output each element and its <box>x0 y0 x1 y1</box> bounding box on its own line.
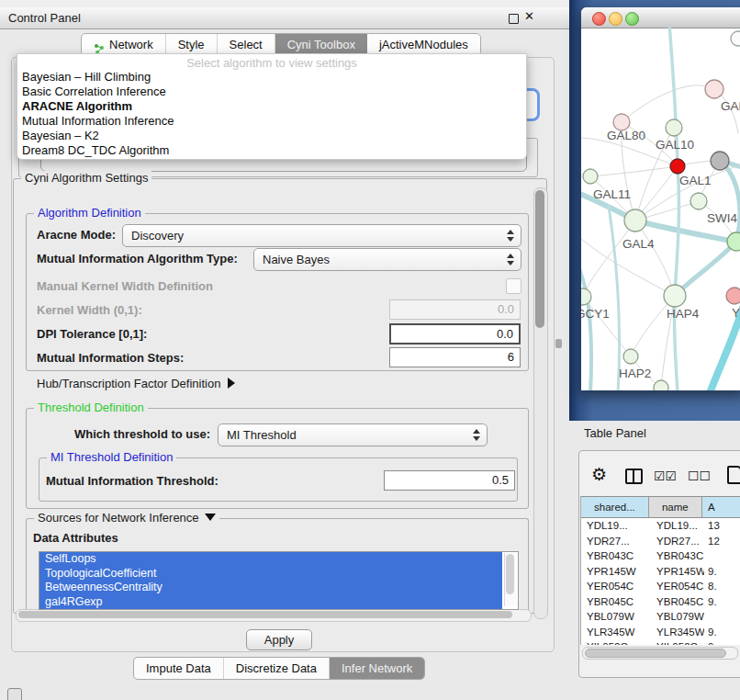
network-edge[interactable] <box>675 242 736 296</box>
dropdown-item[interactable]: Dream8 DC_TDC Algorithm <box>17 143 526 158</box>
network-edge[interactable] <box>581 253 591 390</box>
network-node[interactable] <box>670 159 685 174</box>
network-node[interactable] <box>731 31 740 46</box>
attribute-item[interactable]: TopologicalCoefficient <box>39 567 502 581</box>
close-panel-icon[interactable]: ✕ <box>524 9 534 23</box>
manual-kernel-width-checkbox[interactable] <box>506 278 521 294</box>
table-row[interactable]: YDL19...YDL19...13 <box>581 518 740 534</box>
tab-jactivemnodules[interactable]: jActiveMNodules <box>367 34 480 55</box>
scrollbar-thumb[interactable] <box>535 190 544 328</box>
traffic-light-zoom-icon[interactable] <box>625 12 639 26</box>
traffic-light-minimize-icon[interactable] <box>609 12 622 26</box>
table-row[interactable]: YDR27...YDR27...12 <box>581 534 740 549</box>
which-threshold-combo[interactable]: MI Threshold <box>218 423 488 446</box>
table-row[interactable]: YBR045CYBR045C9. <box>581 594 740 610</box>
network-edge[interactable] <box>635 220 675 296</box>
combo-stepper-icon <box>472 428 480 442</box>
bottom-tab-discretize-data[interactable]: Discretize Data <box>224 658 330 679</box>
dropdown-item[interactable]: Bayesian – Hill Climbing <box>17 70 526 85</box>
tab-cyni-toolbox[interactable]: Cyni Toolbox <box>275 34 367 55</box>
network-node-gal10[interactable] <box>666 119 682 136</box>
network-node-swi4[interactable] <box>727 232 740 251</box>
float-window-icon[interactable] <box>509 14 519 24</box>
network-node-gal1[interactable] <box>690 193 707 209</box>
dropdown-item[interactable]: Basic Correlation Inference <box>17 85 526 99</box>
select-all-checkboxes-icon[interactable]: ☑☑ <box>654 469 677 483</box>
columns-icon[interactable] <box>625 469 643 484</box>
table-cell <box>704 609 740 625</box>
aracne-mode-combo[interactable]: Discovery <box>122 224 521 247</box>
network-edge[interactable] <box>720 161 740 242</box>
scrollbar-thumb[interactable] <box>18 611 512 618</box>
network-node-gal[interactable] <box>705 80 723 98</box>
mi-threshold-group-title: MI Threshold Definition <box>47 450 176 464</box>
network-edge[interactable] <box>685 161 712 164</box>
node-label-hap4: HAP4 <box>667 307 700 321</box>
attribute-item[interactable]: SelfLoops <box>39 552 502 567</box>
tab-label: Style <box>178 34 205 55</box>
table-row[interactable]: YER054CYER054C8. <box>581 579 740 594</box>
apply-button[interactable]: Apply <box>246 629 312 650</box>
mi-algorithm-type-combo[interactable]: Naive Bayes <box>253 248 521 271</box>
network-edge[interactable] <box>590 166 678 176</box>
collapsed-arrow-icon <box>228 378 235 389</box>
gear-icon[interactable]: ⚙ <box>591 464 607 485</box>
column-header-2[interactable]: A <box>702 497 740 517</box>
table-cell: 9. <box>704 594 740 610</box>
table-row[interactable]: YBR043CYBR043C <box>581 548 740 564</box>
network-node-gal4[interactable] <box>624 209 646 231</box>
node-label-swi4: SWI4 <box>707 211 737 225</box>
deselect-all-checkboxes-icon[interactable]: ☐☐ <box>688 469 711 483</box>
which-threshold-value: MI Threshold <box>227 428 297 442</box>
kernel-width-field: 0.0 <box>389 299 521 320</box>
dropdown-item[interactable]: ARACNE Algorithm <box>17 99 526 114</box>
table-cell: YLR345W <box>581 625 650 640</box>
network-graph[interactable]: GALGAL80GAL10GAL1GAL11SWI4GAL4GCY1HAP4YH… <box>581 28 740 390</box>
dpi-tolerance-field[interactable]: 0.0 <box>389 323 521 344</box>
table-row[interactable]: YPR145WYPR145W9. <box>581 564 740 580</box>
attributes-list-scrollbar[interactable] <box>504 553 516 606</box>
table-cell: 12 <box>704 534 740 549</box>
scrollbar-thumb[interactable] <box>585 649 726 658</box>
network-edge[interactable] <box>622 85 714 122</box>
tab-select[interactable]: Select <box>218 34 275 55</box>
table-horizontal-scrollbar[interactable] <box>582 647 738 660</box>
splitter-grip[interactable] <box>555 339 562 348</box>
network-node-gcy1[interactable] <box>581 288 591 305</box>
settings-vertical-scrollbar[interactable] <box>533 187 548 619</box>
bottom-tab-impute-data[interactable]: Impute Data <box>134 658 224 679</box>
file-icon[interactable] <box>727 466 740 484</box>
table-row[interactable]: YBL079WYBL079W <box>581 609 740 625</box>
network-node[interactable] <box>711 152 729 170</box>
attribute-item[interactable]: gal4RGexp <box>39 595 502 610</box>
mi-threshold-field[interactable]: 0.5 <box>384 470 515 491</box>
attribute-item[interactable]: BetweennessCentrality <box>39 581 502 595</box>
column-header-0[interactable]: shared... <box>581 497 649 517</box>
which-threshold-label: Which threshold to use: <box>74 427 210 441</box>
traffic-light-close-icon[interactable] <box>592 12 606 26</box>
table-row[interactable]: YLR345WYLR345W9. <box>581 625 740 640</box>
network-node-y[interactable] <box>726 288 740 304</box>
sources-toggle[interactable]: Sources for Network Inference <box>34 511 219 525</box>
node-label-gcy1: GCY1 <box>581 307 610 321</box>
hub-section-toggle[interactable]: Hub/Transcription Factor Definition <box>37 377 235 390</box>
network-node-hap4[interactable] <box>664 285 686 307</box>
table-cell: YBR045C <box>650 594 704 610</box>
mi-steps-field[interactable]: 6 <box>389 347 521 367</box>
network-window-titlebar[interactable] <box>581 7 740 28</box>
scrollbar-thumb[interactable] <box>506 554 514 594</box>
tab-style[interactable]: Style <box>166 34 218 55</box>
dropdown-item[interactable]: Mutual Information Inference <box>17 114 526 129</box>
network-node-gal11[interactable] <box>583 169 598 184</box>
dropdown-item[interactable]: Bayesian – K2 <box>17 129 526 143</box>
network-edge[interactable] <box>609 207 620 390</box>
node-label-hap2: HAP2 <box>619 367 651 380</box>
network-node-hap2[interactable] <box>623 349 638 364</box>
tab-network[interactable]: Network <box>82 34 166 55</box>
network-node[interactable] <box>654 380 668 390</box>
settings-horizontal-scrollbar[interactable] <box>16 609 532 622</box>
bottom-tab-infer-network[interactable]: Infer Network <box>330 658 424 679</box>
table-row[interactable]: YIL052CYIL052C9 <box>581 639 740 645</box>
column-header-1[interactable]: name <box>649 497 702 517</box>
minimized-panel-icon[interactable] <box>7 688 22 700</box>
